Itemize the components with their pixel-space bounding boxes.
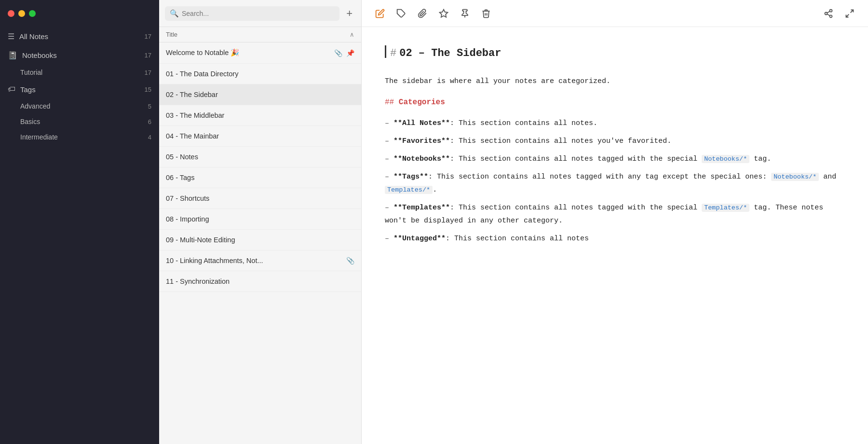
sidebar-notebooks-count: 17	[145, 52, 151, 59]
note-title-07: 07 - Shortcuts	[166, 194, 354, 202]
sidebar-notebooks-label: Notebooks	[22, 51, 145, 59]
note-title-09: 09 - Multi-Note Editing	[166, 236, 354, 244]
sidebar-advanced-count: 5	[148, 103, 151, 110]
sidebar-item-intermediate[interactable]: Intermediate 4	[0, 129, 159, 145]
expand-button[interactable]	[841, 6, 858, 21]
note-item-10[interactable]: 10 - Linking Attachments, Not... 📎	[159, 250, 361, 271]
note-title-04: 04 - The Mainbar	[166, 132, 354, 140]
list-item-favorites: – **Favorites**: This section contains a…	[385, 135, 845, 148]
notes-title-column: Title	[166, 31, 350, 38]
note-item-08[interactable]: 08 - Importing	[159, 209, 361, 230]
list-item-untagged: – **Untagged**: This section contains al…	[385, 232, 845, 245]
intro-paragraph: The sidebar is where all your notes are …	[385, 75, 845, 88]
maximize-button[interactable]	[29, 10, 36, 17]
titlebar	[0, 0, 159, 27]
note-item-01[interactable]: 01 - The Data Directory	[159, 64, 361, 84]
sidebar-item-notebooks[interactable]: 📓 Notebooks 17	[0, 46, 159, 65]
note-item-02[interactable]: 02 - The Sidebar	[159, 84, 361, 105]
note-title-01: 01 - The Data Directory	[166, 70, 354, 78]
list-item-notebooks: – **Notebooks**: This section contains a…	[385, 153, 845, 166]
list-item-tags: – **Tags**: This section contains all no…	[385, 170, 845, 196]
search-icon: 🔍	[170, 9, 179, 18]
sidebar-all-notes-count: 17	[145, 33, 151, 40]
star-button[interactable]	[435, 6, 452, 21]
search-bar: 🔍 +	[159, 0, 361, 27]
note-title-08: 08 - Importing	[166, 215, 354, 223]
note-icons-welcome: 📎 📌	[334, 49, 354, 57]
sidebar-tags-count: 15	[145, 86, 151, 93]
note-item-04[interactable]: 04 - The Mainbar	[159, 126, 361, 147]
note-item-11[interactable]: 11 - Synchronization	[159, 271, 361, 292]
add-note-button[interactable]: +	[343, 6, 355, 21]
notes-list: Welcome to Notable 🎉 📎 📌 01 - The Data D…	[159, 42, 361, 444]
search-wrapper: 🔍	[165, 6, 339, 21]
note-title-10: 10 - Linking Attachments, Not...	[166, 257, 346, 264]
sidebar-intermediate-count: 4	[148, 134, 151, 141]
categories-heading: ## Categories	[385, 96, 845, 110]
note-title-display: 02 – The Sidebar	[399, 44, 501, 63]
svg-point-4	[825, 12, 827, 14]
note-title-02: 02 - The Sidebar	[166, 91, 354, 98]
sidebar-advanced-label: Advanced	[20, 102, 148, 110]
note-title-03: 03 - The Middlebar	[166, 111, 354, 119]
sidebar-item-basics[interactable]: Basics 6	[0, 114, 159, 129]
editor-content: # 02 – The Sidebar The sidebar is where …	[362, 27, 868, 444]
svg-point-3	[830, 9, 832, 12]
note-item-05[interactable]: 05 - Notes	[159, 147, 361, 167]
svg-line-7	[827, 11, 830, 13]
list-item-templates: – **Templates**: This section contains a…	[385, 201, 845, 227]
share-button[interactable]	[820, 6, 837, 21]
attachment-icon: 📎	[334, 49, 342, 57]
attachment-button[interactable]	[414, 6, 431, 21]
note-title-11: 11 - Synchronization	[166, 278, 354, 285]
sidebar-intermediate-label: Intermediate	[20, 133, 148, 141]
svg-marker-1	[440, 9, 448, 17]
note-body: The sidebar is where all your notes are …	[385, 75, 845, 246]
close-button[interactable]	[8, 10, 14, 17]
sidebar-tutorial-label: Tutorial	[20, 69, 145, 76]
note-item-welcome[interactable]: Welcome to Notable 🎉 📎 📌	[159, 42, 361, 64]
middlebar: 🔍 + Title ∧ Welcome to Notable 🎉 📎 📌 01 …	[159, 0, 362, 444]
all-notes-icon: ☰	[8, 32, 14, 41]
tag-button[interactable]	[393, 6, 410, 21]
attachment-icon-10: 📎	[346, 257, 354, 264]
sidebar-tags-label: Tags	[20, 85, 145, 94]
pin-button[interactable]	[456, 6, 474, 21]
notes-header: Title ∧	[159, 27, 361, 42]
note-title-welcome: Welcome to Notable 🎉	[166, 49, 334, 57]
minimize-button[interactable]	[18, 10, 25, 17]
delete-button[interactable]	[477, 6, 495, 21]
mainbar: # 02 – The Sidebar The sidebar is where …	[362, 0, 868, 444]
edit-button[interactable]	[371, 6, 389, 21]
note-title-06: 06 - Tags	[166, 174, 354, 181]
search-input[interactable]	[182, 10, 335, 17]
svg-line-6	[827, 14, 830, 15]
sidebar-item-advanced[interactable]: Advanced 5	[0, 98, 159, 114]
sidebar-item-all-notes[interactable]: ☰ All Notes 17	[0, 27, 159, 46]
sidebar-all-notes-label: All Notes	[19, 32, 145, 41]
sidebar-item-tags[interactable]: 🏷 Tags 15	[0, 80, 159, 98]
note-title-05: 05 - Notes	[166, 153, 354, 161]
note-item-09[interactable]: 09 - Multi-Note Editing	[159, 230, 361, 250]
note-item-03[interactable]: 03 - The Middlebar	[159, 105, 361, 126]
note-item-06[interactable]: 06 - Tags	[159, 167, 361, 188]
note-heading: # 02 – The Sidebar	[385, 44, 845, 63]
tags-icon: 🏷	[8, 85, 15, 94]
sidebar-tutorial-count: 17	[145, 69, 151, 76]
list-item-allnotes: – **All Notes**: This section contains a…	[385, 117, 845, 130]
svg-point-5	[830, 15, 832, 17]
sort-icon[interactable]: ∧	[350, 31, 354, 38]
sidebar-basics-count: 6	[148, 118, 151, 125]
note-icons-10: 📎	[346, 257, 354, 264]
sidebar-item-tutorial[interactable]: Tutorial 17	[0, 65, 159, 80]
sidebar-basics-label: Basics	[20, 118, 148, 125]
sidebar: ☰ All Notes 17 📓 Notebooks 17 Tutorial 1…	[0, 0, 159, 444]
notebooks-icon: 📓	[8, 51, 17, 60]
pin-icon: 📌	[346, 49, 354, 57]
editor-toolbar	[362, 0, 868, 27]
cursor-bar	[385, 45, 386, 58]
note-item-07[interactable]: 07 - Shortcuts	[159, 188, 361, 209]
